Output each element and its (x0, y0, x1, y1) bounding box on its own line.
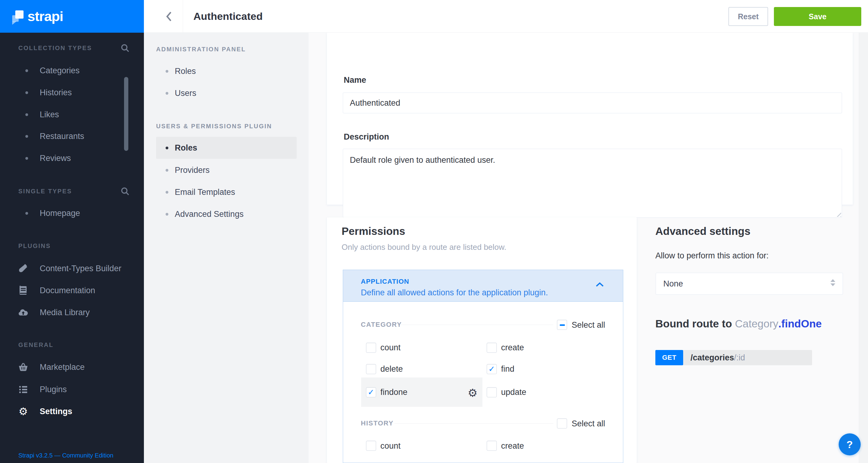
strapi-version-link[interactable]: Strapi v3.2.5 — Community Edition (18, 452, 113, 459)
role-form-card: Name Description Default role given to a… (327, 33, 853, 205)
submenu-item-advanced-settings[interactable]: Advanced Settings (156, 203, 297, 225)
sidebar-item-histories[interactable]: Histories (0, 87, 144, 99)
allow-action-label: Allow to perform this action for: (655, 251, 769, 261)
bullet-icon (25, 135, 28, 138)
sidebar-item-settings[interactable]: ⚙ Settings (0, 405, 144, 418)
sidebar-item-documentation[interactable]: Documentation (0, 284, 144, 297)
submenu-item-roles-admin[interactable]: Roles (156, 60, 297, 82)
checkbox-label-count[interactable]: count (380, 441, 401, 451)
sidebar-item-restaurants[interactable]: Restaurants (0, 130, 144, 142)
sidebar-item-plugins[interactable]: Plugins (0, 383, 144, 396)
basket-icon (17, 361, 29, 373)
select-value: None (663, 279, 683, 289)
settings-submenu: ADMINISTRATION PANEL Roles Users USERS &… (144, 33, 309, 463)
reset-button[interactable]: Reset (728, 7, 768, 26)
history-select-all-checkbox[interactable] (557, 419, 567, 429)
bullet-icon (165, 146, 168, 150)
checkbox-label-findone[interactable]: findone (380, 388, 408, 397)
category-select-all-checkbox[interactable] (557, 320, 567, 330)
description-textarea[interactable]: Default role given to authenticated user… (343, 149, 842, 218)
checkbox-history-count[interactable] (366, 441, 376, 451)
history-select-all-label[interactable]: Select all (571, 419, 605, 429)
checkbox-category-create[interactable] (487, 343, 497, 353)
chevron-left-icon (165, 10, 172, 23)
submenu-item-providers[interactable]: Providers (156, 159, 297, 181)
sidebar-item-marketplace[interactable]: Marketplace (0, 361, 144, 373)
submenu-item-email-templates[interactable]: Email Templates (156, 181, 297, 203)
permissions-subtitle: Only actions bound by a route are listed… (342, 242, 506, 252)
list-icon (17, 383, 29, 396)
page-scrollbar-track[interactable] (859, 33, 868, 463)
checkbox-category-findone[interactable] (366, 387, 376, 397)
brand-wordmark: strapi (28, 8, 63, 25)
bullet-icon (25, 113, 28, 116)
sidebar-item-likes[interactable]: Likes (0, 108, 144, 121)
bullet-icon (165, 213, 168, 216)
submenu-item-users[interactable]: Users (156, 82, 297, 104)
checkbox-category-find[interactable] (487, 364, 497, 374)
checkbox-label-delete[interactable]: delete (380, 364, 403, 374)
permissions-title: Permissions (342, 225, 405, 237)
group-label-history: HISTORY (361, 419, 394, 427)
book-icon (17, 284, 29, 297)
checkbox-label-update[interactable]: update (501, 388, 526, 397)
search-icon[interactable] (120, 43, 130, 53)
back-button[interactable] (155, 0, 183, 33)
route-path: /categories/:id (683, 350, 812, 365)
name-input[interactable] (343, 93, 842, 113)
checkbox-label-create[interactable]: create (501, 441, 524, 451)
checkbox-history-create[interactable] (487, 441, 497, 451)
allow-action-select[interactable]: None (656, 273, 843, 295)
application-accordion: APPLICATION Define all allowed actions f… (343, 270, 623, 463)
bullet-icon (165, 191, 168, 194)
bound-route-action-link: .findOne (778, 318, 822, 330)
bullet-icon (165, 169, 168, 172)
checkbox-label-find[interactable]: find (501, 364, 515, 374)
name-label: Name (344, 75, 366, 85)
bullet-icon (25, 91, 28, 94)
sidebar-item-reviews[interactable]: Reviews (0, 152, 144, 164)
sidebar-item-content-types-builder[interactable]: Content-Types Builder (0, 262, 144, 274)
chevron-up-icon (595, 282, 604, 287)
bullet-icon (25, 212, 28, 215)
main-sidebar: strapi COLLECTION TYPES Categories Histo… (0, 0, 144, 463)
bullet-icon (165, 70, 168, 73)
sidebar-scrollbar-thumb[interactable] (124, 77, 128, 151)
checkbox-label-create[interactable]: create (501, 343, 524, 353)
header-divider (183, 0, 183, 33)
submenu-section-users-permissions: USERS & PERMISSIONS PLUGIN (156, 123, 272, 130)
bullet-icon (25, 157, 28, 160)
section-general: GENERAL (18, 341, 54, 349)
checkbox-category-count[interactable] (366, 343, 376, 353)
group-divider (401, 325, 553, 325)
select-stepper-icon (830, 279, 835, 286)
checkbox-category-update[interactable] (487, 387, 497, 397)
sidebar-item-categories[interactable]: Categories (0, 64, 144, 77)
paintbrush-icon (17, 262, 29, 274)
strapi-logo[interactable]: strapi (0, 0, 144, 33)
action-settings-gear-icon[interactable]: ⚙ (466, 386, 479, 399)
bound-route-model: Category (735, 318, 778, 330)
group-label-category: CATEGORY (361, 321, 402, 329)
section-collection-types: COLLECTION TYPES (18, 44, 92, 52)
help-button[interactable]: ? (839, 433, 861, 455)
submenu-item-roles[interactable]: Roles (156, 137, 297, 159)
sidebar-item-homepage[interactable]: Homepage (0, 207, 144, 219)
checkbox-label-count[interactable]: count (380, 343, 401, 353)
group-divider (395, 423, 553, 424)
bound-route-line: Bound route to Category.findOne (655, 318, 822, 330)
category-select-all-label[interactable]: Select all (571, 320, 605, 330)
search-icon[interactable] (120, 187, 130, 196)
section-plugins: PLUGINS (18, 242, 51, 250)
advanced-settings-title: Advanced settings (655, 225, 750, 237)
http-method-badge: GET (655, 350, 683, 365)
sidebar-item-media-library[interactable]: Media Library (0, 306, 144, 319)
checkbox-category-delete[interactable] (366, 364, 376, 374)
section-single-types: SINGLE TYPES (18, 188, 72, 195)
strapi-logo-icon (11, 9, 25, 24)
page-title: Authenticated (193, 0, 263, 33)
accordion-plugin-name: APPLICATION (361, 277, 409, 286)
application-accordion-header[interactable]: APPLICATION Define all allowed actions f… (343, 270, 623, 302)
save-button[interactable]: Save (774, 7, 861, 26)
submenu-section-administration-panel: ADMINISTRATION PANEL (156, 46, 246, 53)
